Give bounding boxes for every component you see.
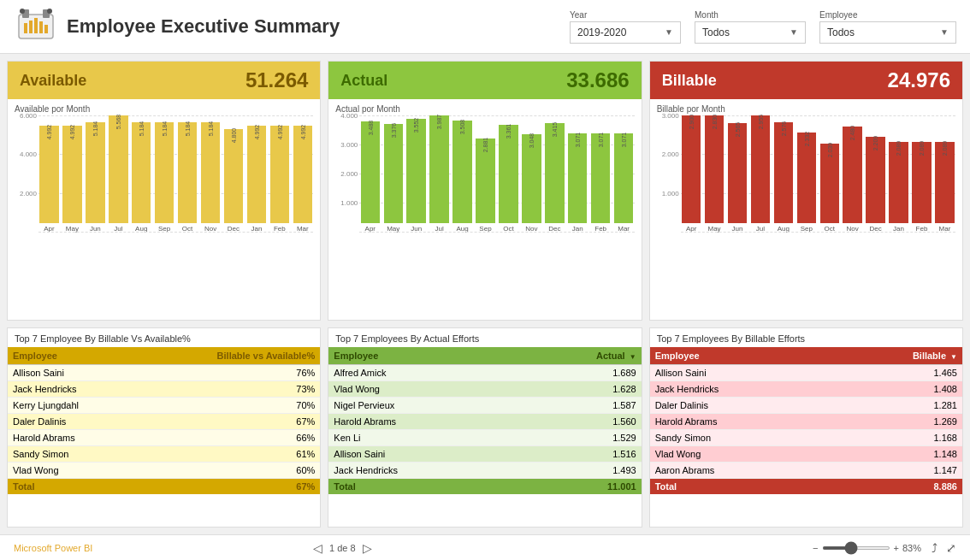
bar-value-label: 3.552 xyxy=(413,115,419,134)
nav-next-icon[interactable]: ▷ xyxy=(363,541,372,555)
employee-label: Employee xyxy=(819,10,956,20)
ae-col1-header: Employee xyxy=(328,347,515,365)
table-row: Vlad Wong xyxy=(328,381,515,398)
bar-value-label: 2.089 xyxy=(942,139,948,157)
bar-wrapper: 5.184Oct xyxy=(177,115,198,233)
actual-chart-label: Actual por Month xyxy=(332,104,634,114)
table-row-value: 1.587 xyxy=(515,398,641,414)
bar-value-label: 3.071 xyxy=(575,130,581,149)
bar-month-label: Jan xyxy=(572,225,583,233)
bar-month-label: Sep xyxy=(801,225,813,233)
be-title: Top 7 Employees By Billable Efforts xyxy=(650,328,962,347)
footer: Microsoft Power BI ◁ 1 de 8 ▷ − + 83% ⤴ … xyxy=(0,534,970,560)
page-indicator: 1 de 8 xyxy=(329,543,356,553)
table-row: Allison Saini xyxy=(328,446,515,463)
zoom-slider[interactable] xyxy=(822,546,890,550)
nav-prev-icon[interactable]: ◁ xyxy=(313,541,322,555)
bar-wrapper: 2.955Jul xyxy=(749,115,771,233)
year-select[interactable]: 2019-2020 ▼ xyxy=(570,21,681,44)
bar-wrapper: 2.480Nov xyxy=(842,115,863,233)
bar: 4.992 xyxy=(39,126,58,223)
bar: 2.089 xyxy=(889,142,908,223)
billable-panel: Billable 24.976 Billable por Month 3.000… xyxy=(649,61,963,321)
bar: 2.480 xyxy=(843,127,861,223)
page-nav: ◁ 1 de 8 ▷ xyxy=(313,541,372,555)
zoom-minus-icon[interactable]: − xyxy=(813,543,818,553)
table-row: Daler Dalinis xyxy=(8,414,137,430)
bar-month-label: Nov xyxy=(847,225,859,233)
total-value: 67% xyxy=(137,479,321,495)
bar-month-label: Sep xyxy=(479,225,491,233)
bar-value-label: 5.184 xyxy=(92,119,98,138)
svg-point-9 xyxy=(47,9,52,14)
bar-wrapper: 3.987Jul xyxy=(429,115,450,233)
bar: 3.987 xyxy=(429,115,448,223)
bar-month-label: Nov xyxy=(204,225,216,233)
month-select[interactable]: Todos ▼ xyxy=(695,21,806,44)
bar-wrapper: 5.184Sep xyxy=(154,115,175,233)
billable-vs-available-panel: Top 7 Employee By Billable Vs Available%… xyxy=(7,327,321,528)
employee-filter[interactable]: Employee Todos ▼ xyxy=(819,10,956,44)
month-filter[interactable]: Month Todos ▼ xyxy=(695,10,806,44)
svg-rect-7 xyxy=(44,25,48,33)
bar-month-label: Jun xyxy=(411,225,422,233)
bar-value-label: 4.992 xyxy=(299,122,305,141)
table-row-value: 1.465 xyxy=(830,365,962,381)
bar-value-label: 5.568 xyxy=(115,112,121,131)
table-row-value: 1.516 xyxy=(515,446,641,463)
bar: 2.089 xyxy=(912,142,931,223)
year-chevron-icon: ▼ xyxy=(665,27,673,37)
table-row-value: 60% xyxy=(137,463,321,479)
actual-header: Actual 33.686 xyxy=(328,62,641,99)
bar-month-label: Apr xyxy=(686,225,696,233)
total-label: Total xyxy=(328,479,515,495)
table-row-value: 76% xyxy=(137,365,321,381)
actual-title: Actual xyxy=(340,72,387,90)
bar-wrapper: 4.992Feb xyxy=(269,115,290,233)
month-chevron-icon: ▼ xyxy=(790,27,798,37)
employee-value: Todos xyxy=(827,27,855,38)
bar-month-label: Jun xyxy=(732,225,743,233)
bar: 3.071 xyxy=(614,133,633,223)
bar-month-label: May xyxy=(387,225,399,233)
table-row-value: 1.168 xyxy=(830,430,962,446)
employee-select[interactable]: Todos ▼ xyxy=(819,21,956,44)
bar-month-label: Apr xyxy=(44,225,54,233)
bar-wrapper: 5.184Nov xyxy=(200,115,222,233)
bar-month-label: Jul xyxy=(435,225,443,233)
zoom-plus-icon[interactable]: + xyxy=(894,543,899,553)
bar-value-label: 4.800 xyxy=(230,126,236,144)
table-row: Sandy Simon xyxy=(8,446,137,463)
share-icon[interactable]: ⤴ xyxy=(932,541,937,555)
bar: 5.184 xyxy=(201,122,220,223)
svg-rect-5 xyxy=(34,18,38,33)
bar-wrapper: 4.992May xyxy=(62,115,83,233)
bar-value-label: 4.992 xyxy=(46,122,52,141)
billable-header: Billable 24.976 xyxy=(650,62,962,99)
year-filter[interactable]: Year 2019-2020 ▼ xyxy=(570,10,681,44)
bar-value-label: 2.900 xyxy=(689,112,695,131)
bar: 2.576 xyxy=(774,122,793,223)
bar-wrapper: 2.089Jan xyxy=(888,115,909,233)
bar-value-label: 2.881 xyxy=(482,135,488,154)
bar-month-label: Apr xyxy=(365,225,376,233)
bar-wrapper: 3.508Aug xyxy=(452,115,473,233)
power-bi-link[interactable]: Microsoft Power BI xyxy=(14,543,92,553)
table-row-value: 73% xyxy=(137,381,321,398)
bar-value-label: 2.332 xyxy=(803,129,809,148)
billable-title: Billable xyxy=(662,72,717,90)
bar-value-label: 3.987 xyxy=(436,112,442,131)
fullscreen-icon[interactable]: ⤢ xyxy=(946,541,956,555)
available-title: Available xyxy=(20,72,86,90)
table-row: Aaron Abrams xyxy=(650,463,830,479)
table-row-value: 67% xyxy=(137,414,321,430)
bar: 3.048 xyxy=(522,134,541,223)
actual-value: 33.686 xyxy=(566,68,629,92)
bar-value-label: 3.361 xyxy=(506,121,512,140)
table-row: Jack Hendricks xyxy=(8,381,137,398)
table-row: Allison Saini xyxy=(8,365,137,381)
bar-month-label: Jul xyxy=(114,225,122,233)
bar: 4.992 xyxy=(62,126,81,223)
bar: 3.415 xyxy=(545,123,564,223)
bar-wrapper: 5.184Aug xyxy=(131,115,152,233)
